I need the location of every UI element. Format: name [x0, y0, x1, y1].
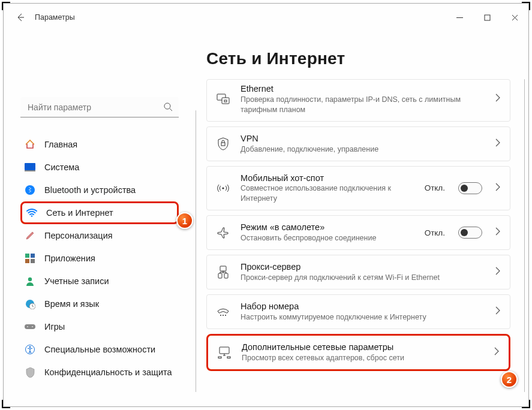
brush-icon [24, 230, 36, 242]
chevron-right-icon [495, 306, 500, 317]
card-sub: Совместное использование подключения к И… [241, 183, 415, 204]
card-title: VPN [241, 133, 486, 144]
sidebar: Главная Система Bluetooth и устройства С… [4, 31, 190, 406]
callout-badge-2: 2 [501, 371, 518, 388]
card-sub: Настроить коммутируемое подключение к Ин… [241, 312, 486, 322]
svg-rect-7 [31, 254, 35, 258]
sidebar-item-home[interactable]: Главная [20, 133, 179, 156]
sidebar-item-time[interactable]: Время и язык [20, 293, 179, 315]
svg-rect-8 [25, 259, 29, 263]
svg-point-5 [31, 215, 33, 217]
toggle-state: Откл. [425, 228, 445, 237]
home-icon [24, 138, 36, 150]
minimize-button[interactable] [446, 4, 473, 31]
chevron-right-icon [495, 227, 500, 238]
svg-point-28 [225, 315, 226, 316]
card-title: Режим «в самолете» [241, 222, 415, 233]
chevron-right-icon [494, 347, 499, 358]
hotspot-toggle[interactable] [458, 182, 482, 194]
card-hotspot[interactable]: Мобильный хот-спот Совместное использова… [206, 166, 510, 211]
sidebar-item-personalization[interactable]: Персонализация [20, 224, 179, 247]
hotspot-icon [215, 183, 231, 194]
card-sub: Прокси-сервер для подключений к сетям Wi… [241, 273, 486, 283]
card-sub: Проверка подлинности, параметры IP-и DNS… [241, 95, 486, 115]
svg-rect-6 [25, 254, 29, 258]
airplane-icon [215, 227, 231, 239]
globe-clock-icon [24, 298, 36, 310]
svg-point-14 [27, 326, 28, 327]
arrow-left-icon [16, 13, 25, 22]
svg-point-1 [164, 103, 170, 109]
sidebar-item-network[interactable]: Сеть и Интернет [20, 201, 179, 224]
card-sub: Остановить беспроводное соединение [241, 233, 415, 243]
search-input[interactable] [20, 97, 179, 117]
card-title: Ethernet [241, 83, 486, 95]
sidebar-item-gaming[interactable]: Игры [20, 315, 179, 338]
sidebar-item-accounts[interactable]: Учетные записи [20, 270, 179, 293]
svg-point-26 [220, 315, 221, 316]
svg-rect-13 [25, 324, 35, 329]
user-icon [24, 275, 36, 287]
card-vpn[interactable]: VPN Добавление, подключение, управление [206, 126, 510, 161]
sidebar-item-label: Главная [44, 140, 77, 149]
main-panel: Сеть и Интернет Ethernet Проверка подлин… [190, 31, 528, 406]
chevron-right-icon [495, 267, 500, 278]
card-advanced-network[interactable]: Дополнительные сетевые параметры Просмот… [206, 334, 510, 371]
ethernet-icon [215, 94, 231, 104]
sidebar-item-system[interactable]: Система [20, 156, 179, 179]
svg-point-4 [25, 185, 35, 195]
sidebar-item-label: Bluetooth и устройства [44, 185, 136, 195]
callout-badge-1: 1 [176, 212, 193, 229]
svg-rect-29 [220, 347, 229, 354]
sidebar-item-label: Специальные возможности [44, 345, 155, 354]
svg-point-22 [222, 187, 224, 189]
main-scrollbar[interactable] [524, 79, 525, 392]
sidebar-item-bluetooth[interactable]: Bluetooth и устройства [20, 179, 179, 201]
apps-icon [24, 252, 36, 264]
sidebar-item-privacy[interactable]: Конфиденциальность и защита [20, 361, 179, 384]
svg-rect-0 [485, 15, 490, 20]
nav-list: Главная Система Bluetooth и устройства С… [20, 133, 179, 384]
search-icon [163, 102, 173, 114]
svg-point-10 [28, 278, 32, 281]
card-sub: Просмотр всех сетевых адаптеров, сброс с… [242, 353, 485, 363]
sidebar-item-label: Игры [44, 322, 65, 331]
card-title: Прокси-сервер [241, 261, 486, 273]
card-proxy[interactable]: Прокси-сервер Прокси-сервер для подключе… [206, 255, 510, 290]
sidebar-item-apps[interactable]: Приложения [20, 247, 179, 270]
svg-rect-24 [218, 273, 222, 278]
svg-rect-19 [222, 98, 229, 104]
card-title: Набор номера [241, 301, 486, 312]
svg-rect-25 [224, 273, 228, 278]
svg-point-27 [223, 315, 224, 316]
sidebar-item-label: Приложения [44, 254, 95, 263]
back-button[interactable] [14, 11, 26, 23]
card-ethernet[interactable]: Ethernet Проверка подлинности, параметры… [206, 79, 510, 122]
airplane-toggle[interactable] [458, 227, 482, 239]
title-bar: Параметры [4, 4, 528, 31]
sidebar-item-label: Конфиденциальность и защита [44, 367, 172, 377]
window-title: Параметры [35, 13, 75, 22]
monitor-network-icon [217, 346, 232, 358]
card-sub: Добавление, подключение, управление [241, 144, 486, 155]
svg-rect-30 [218, 357, 221, 358]
system-icon [24, 161, 36, 173]
sidebar-item-label: Учетные записи [44, 276, 109, 286]
sidebar-item-label: Сеть и Интернет [46, 208, 113, 218]
sidebar-item-label: Система [44, 162, 79, 172]
wifi-icon [26, 207, 38, 219]
card-airplane[interactable]: Режим «в самолете» Остановить беспроводн… [206, 215, 510, 250]
sidebar-item-label: Персонализация [44, 231, 113, 240]
proxy-icon [215, 266, 231, 279]
dialup-icon [215, 306, 231, 317]
card-dialup[interactable]: Набор номера Настроить коммутируемое под… [206, 294, 510, 329]
page-title: Сеть и Интернет [206, 49, 510, 68]
toggle-state: Откл. [425, 183, 445, 192]
accessibility-icon [24, 343, 36, 355]
shield-icon [24, 366, 36, 378]
sidebar-item-label: Время и язык [44, 299, 99, 309]
svg-point-17 [29, 346, 31, 348]
sidebar-item-accessibility[interactable]: Специальные возможности [20, 338, 179, 361]
chevron-right-icon [495, 183, 500, 194]
maximize-button[interactable] [473, 4, 501, 31]
